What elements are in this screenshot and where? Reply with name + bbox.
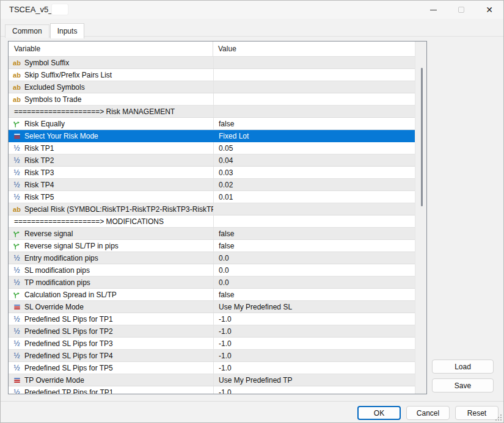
- table-row[interactable]: ab ½ Reverse signal SL/TP in pips false: [9, 240, 415, 252]
- variable-cell: ab ½ Risk TP1: [9, 142, 213, 154]
- value-cell: Use My Predefined TP: [213, 374, 415, 386]
- table-row[interactable]: ab ½ Excluded Symbols: [9, 81, 415, 93]
- variable-value: -1.0: [219, 388, 232, 394]
- value-cell: -1.0: [213, 350, 415, 361]
- variable-cell: ab ½ Entry modification pips: [9, 252, 213, 264]
- variable-cell: ab ½ Special Risk (SYMBOL:RiskTP1-RiskTP…: [9, 203, 213, 215]
- variable-cell: ab ½ ====================> MODIFICATIONS: [9, 215, 213, 227]
- boolean-type-icon: [12, 120, 22, 128]
- variable-value: -1.0: [219, 327, 232, 336]
- table-row[interactable]: ab ½ SL Override Mode Use My Predefined …: [9, 301, 415, 313]
- minimize-icon: [430, 10, 437, 10]
- table-row[interactable]: ab ½ Risk TP2 0.04: [9, 154, 415, 167]
- value-cell: Fixed Lot: [213, 130, 415, 142]
- value-cell: [213, 81, 415, 93]
- table-row[interactable]: ab ½ Risk TP5 0.01: [9, 191, 415, 203]
- variable-name: Reverse signal SL/TP in pips: [24, 242, 119, 250]
- value-cell: false: [213, 240, 415, 251]
- value-cell: false: [213, 228, 415, 239]
- table-row[interactable]: ab ½ Predefined SL Pips for TP1 -1.0: [9, 313, 415, 325]
- variable-value: Fixed Lot: [219, 132, 249, 140]
- table-row[interactable]: ab ½ Symbol Suffix: [9, 57, 415, 69]
- enum-type-icon: [12, 303, 22, 311]
- variable-cell: ab ½ Predefined SL Pips for TP5: [9, 362, 213, 374]
- variable-value: 0.0: [219, 254, 229, 262]
- variable-name: Risk TP5: [24, 193, 54, 201]
- text-type-icon: ab: [12, 59, 22, 67]
- variable-name: TP modification pips: [24, 278, 90, 287]
- value-cell: 0.0: [213, 264, 415, 276]
- table-row[interactable]: ab ½ Reverse signal false: [9, 228, 415, 240]
- table-row[interactable]: ab ½ Special Risk (SYMBOL:RiskTP1-RiskTP…: [9, 203, 415, 215]
- variable-name: Skip Suffix/Prefix Pairs List: [24, 71, 112, 79]
- close-button[interactable]: ✕: [475, 1, 503, 19]
- title-bar: TSCEA_v5_00 ✕: [1, 1, 503, 19]
- variable-value: 0.05: [219, 144, 233, 153]
- variable-cell: ab ½ SL modification pips: [9, 264, 213, 276]
- value-cell: false: [213, 118, 415, 129]
- text-type-icon: ab: [12, 71, 22, 79]
- load-button[interactable]: Load: [432, 360, 494, 374]
- value-cell: -1.0: [213, 386, 415, 394]
- variable-value: 0.02: [219, 181, 233, 189]
- double-type-icon: ½: [12, 156, 22, 165]
- value-cell: -1.0: [213, 313, 415, 325]
- reset-button[interactable]: Reset: [455, 406, 499, 420]
- minimize-button[interactable]: [419, 1, 447, 19]
- table-row[interactable]: ab ½ Predefined SL Pips for TP2 -1.0: [9, 325, 415, 338]
- table-row[interactable]: ab ½ Entry modification pips 0.0: [9, 252, 415, 264]
- table-row[interactable]: ab ½ Risk TP3 0.03: [9, 167, 415, 179]
- vertical-scrollbar[interactable]: [415, 42, 426, 394]
- double-type-icon: ½: [12, 364, 22, 372]
- title-highlight-box: [52, 4, 68, 15]
- variable-name: Risk TP4: [24, 181, 54, 189]
- tab-common[interactable]: Common: [5, 24, 49, 38]
- table-row[interactable]: ab ½ Risk Equally false: [9, 118, 415, 130]
- variable-cell: ab ½ Calculation Spread in SL/TP: [9, 289, 213, 300]
- variable-cell: ab ½ Select Your Risk Mode: [9, 130, 213, 142]
- table-row[interactable]: ab ½ Predefined SL Pips for TP3 -1.0: [9, 338, 415, 350]
- tab-inputs[interactable]: Inputs: [50, 23, 85, 38]
- variable-name: Select Your Risk Mode: [24, 132, 98, 140]
- variable-name: Risk TP2: [24, 156, 54, 165]
- table-row[interactable]: ab ½ ====================> Risk MANAGEME…: [9, 106, 415, 118]
- variable-name: Special Risk (SYMBOL:RiskTP1-RiskTP2-Ris…: [24, 205, 213, 214]
- maximize-icon: [458, 7, 464, 13]
- table-row[interactable]: ab ½ Select Your Risk Mode Fixed Lot: [9, 130, 415, 142]
- maximize-button: [447, 1, 475, 19]
- table-row[interactable]: ab ½ Risk TP1 0.05: [9, 142, 415, 154]
- table-row[interactable]: ab ½ Predefined TP Pips for TP1 -1.0: [9, 386, 415, 394]
- variable-name: ====================> Risk MANAGEMENT: [14, 107, 175, 116]
- variable-cell: ab ½ ====================> Risk MANAGEME…: [9, 106, 213, 117]
- table-row[interactable]: ab ½ Predefined SL Pips for TP5 -1.0: [9, 362, 415, 374]
- resize-grip[interactable]: [495, 414, 502, 421]
- table-row[interactable]: ab ½ TP Override Mode Use My Predefined …: [9, 374, 415, 386]
- variable-name: SL modification pips: [24, 266, 90, 275]
- value-cell: 0.01: [213, 191, 415, 203]
- table-row[interactable]: ab ½ TP modification pips 0.0: [9, 277, 415, 289]
- ok-button[interactable]: OK: [357, 406, 401, 420]
- table-row[interactable]: ab ½ Symbols to Trade: [9, 93, 415, 106]
- table-row[interactable]: ab ½ SL modification pips 0.0: [9, 264, 415, 277]
- variable-cell: ab ½ Excluded Symbols: [9, 81, 213, 93]
- value-cell: 0.03: [213, 167, 415, 178]
- variable-value: false: [219, 242, 234, 250]
- table-row[interactable]: ab ½ Skip Suffix/Prefix Pairs List: [9, 69, 415, 81]
- table-row[interactable]: ab ½ Predefined SL Pips for TP4 -1.0: [9, 350, 415, 362]
- enum-type-icon: [12, 376, 22, 385]
- save-button[interactable]: Save: [432, 378, 494, 392]
- variable-name: Risk TP3: [24, 168, 54, 177]
- variable-value: Use My Predefined TP: [219, 376, 293, 385]
- variable-value: -1.0: [219, 315, 232, 324]
- value-cell: -1.0: [213, 338, 415, 349]
- cancel-button[interactable]: Cancel: [406, 406, 450, 420]
- table-row[interactable]: ab ½ Calculation Spread in SL/TP false: [9, 289, 415, 301]
- table-row[interactable]: ab ½ Risk TP4 0.02: [9, 179, 415, 191]
- value-cell: -1.0: [213, 362, 415, 374]
- table-row[interactable]: ab ½ ====================> MODIFICATIONS: [9, 215, 415, 228]
- table-header: Variable Value: [9, 42, 426, 57]
- variable-value: Use My Predefined SL: [219, 303, 292, 311]
- variable-name: TP Override Mode: [24, 376, 84, 385]
- scrollbar-thumb[interactable]: [421, 68, 423, 206]
- text-type-icon: ab: [12, 83, 22, 92]
